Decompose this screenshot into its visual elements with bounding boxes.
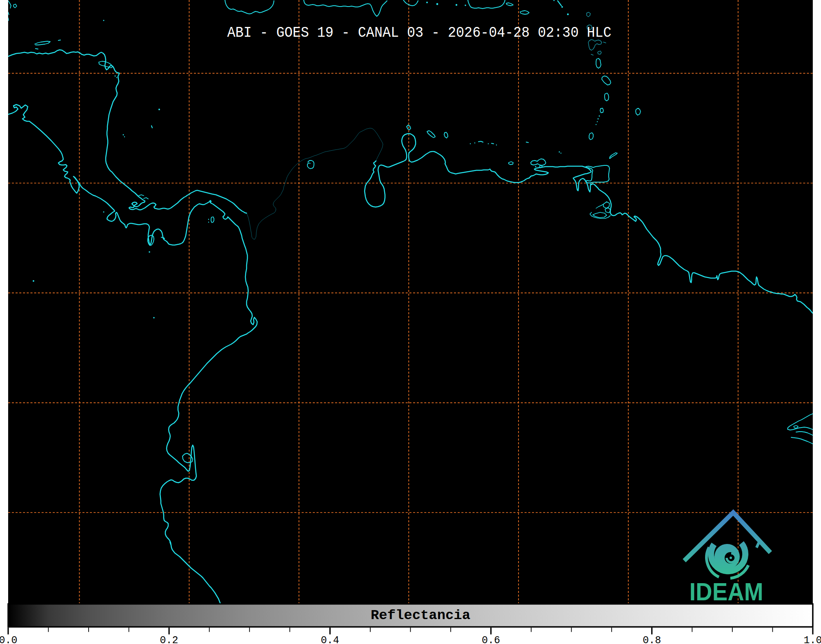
- svg-text:0.0: 0.0: [0, 635, 18, 644]
- svg-text:0.8: 0.8: [643, 635, 661, 644]
- svg-text:0.2: 0.2: [160, 635, 178, 644]
- svg-text:ABI - GOES 19 - CANAL 03 - 202: ABI - GOES 19 - CANAL 03 - 2026-04-28 02…: [227, 25, 612, 41]
- svg-text:0.6: 0.6: [482, 635, 500, 644]
- svg-text:0.4: 0.4: [321, 635, 339, 644]
- svg-text:IDEAM: IDEAM: [690, 577, 763, 606]
- svg-text:Reflectancia: Reflectancia: [371, 608, 470, 623]
- svg-text:1.0: 1.0: [803, 635, 821, 644]
